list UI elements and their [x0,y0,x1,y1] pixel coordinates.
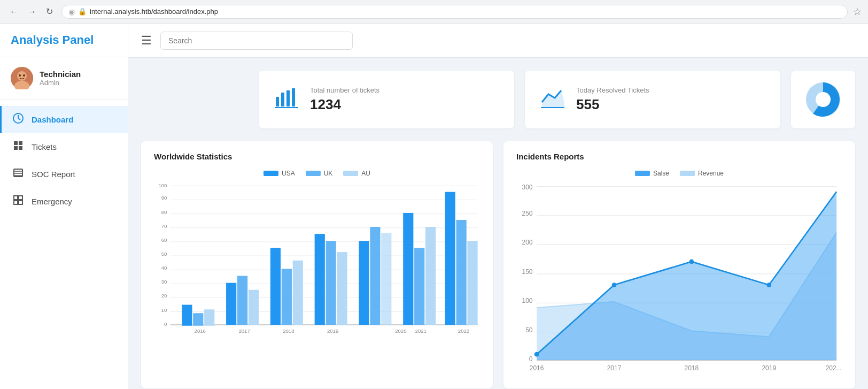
legend-uk-dot [306,171,321,176]
svg-text:2019: 2019 [762,364,776,372]
svg-text:20: 20 [161,293,167,299]
svg-rect-70 [403,213,413,325]
legend-sales-dot [635,171,650,176]
svg-marker-23 [542,90,564,108]
stats-row: Total number of tickets 1234 Toda [141,71,855,128]
hamburger-button[interactable]: ☰ [141,34,152,48]
svg-text:100: 100 [158,182,167,188]
legend-au: AU [343,170,370,177]
sidebar-item-tickets[interactable]: Tickets [0,133,128,161]
svg-text:0: 0 [529,355,533,363]
svg-point-94 [534,352,539,357]
svg-rect-62 [326,241,336,325]
sidebar-item-dashboard[interactable]: Dashboard [0,106,128,133]
svg-text:80: 80 [161,209,167,215]
back-button[interactable]: ← [6,6,21,18]
tickets-icon [12,140,24,154]
total-tickets-text: Total number of tickets 1234 [310,86,379,113]
main-content: ☰ [128,24,868,389]
tickets-label: Tickets [32,142,57,151]
svg-text:2020: 2020 [395,328,406,334]
svg-rect-58 [282,269,292,325]
svg-rect-16 [14,201,18,204]
tickets-stat-icon [274,86,299,113]
legend-uk: UK [306,170,333,177]
legend-usa: USA [264,170,295,177]
address-bar[interactable]: ◉ 🔒 internal.analysis.htb/dashboard/inde… [61,5,848,19]
svg-rect-50 [193,313,203,326]
svg-point-26 [816,92,831,107]
svg-text:30: 30 [161,279,167,285]
url-text: internal.analysis.htb/dashboard/index.ph… [90,7,218,16]
worldwide-chart-title: Worldwide Statistics [154,152,480,161]
user-info: Technician Admin [40,70,81,87]
forward-button[interactable]: → [25,6,40,18]
svg-rect-53 [226,283,236,325]
svg-text:2017: 2017 [238,328,250,334]
svg-text:2017: 2017 [607,364,622,372]
resolved-tickets-card: Today Resolved Tickets 555 [525,71,780,128]
svg-text:70: 70 [161,223,167,229]
user-name: Technician [40,70,81,79]
legend-sales-label: Salse [653,170,669,177]
resolved-tickets-text: Today Resolved Tickets 555 [576,86,649,113]
svg-rect-54 [237,276,247,325]
sidebar-item-soc-report[interactable]: SOC Report [0,161,128,188]
incidents-chart-legend: Salse Revenue [516,170,842,177]
sidebar-item-emergency[interactable]: Emergency [0,188,128,215]
bar-chart-svg: 0 10 20 30 40 50 60 70 80 90 100 [154,184,480,338]
svg-marker-93 [537,192,836,360]
svg-rect-51 [204,309,214,325]
svg-rect-20 [286,90,290,106]
user-profile: Technician Admin [0,57,128,100]
svg-rect-75 [456,220,467,325]
svg-text:10: 10 [161,307,167,313]
svg-rect-9 [19,146,22,150]
resolved-tickets-label: Today Resolved Tickets [576,86,649,94]
svg-text:202...: 202... [826,364,842,372]
legend-usa-label: USA [282,170,295,177]
svg-rect-15 [19,196,22,200]
legend-au-dot [343,171,358,176]
refresh-button[interactable]: ↻ [43,5,56,18]
svg-point-97 [766,283,771,287]
svg-text:2016: 2016 [195,328,206,334]
svg-rect-65 [359,241,369,325]
svg-text:50: 50 [161,251,167,257]
legend-usa-dot [264,171,278,176]
svg-rect-18 [276,97,279,106]
svg-rect-72 [425,227,436,325]
browser-nav-buttons: ← → ↻ [6,5,56,18]
svg-text:150: 150 [522,268,533,276]
svg-rect-7 [19,141,22,145]
total-tickets-card: Total number of tickets 1234 [259,71,514,128]
svg-rect-14 [14,196,18,200]
emergency-icon [12,195,24,208]
bookmark-icon[interactable]: ☆ [853,6,862,18]
svg-text:60: 60 [161,237,167,243]
charts-row: Worldwide Statistics USA UK AU [141,141,855,388]
search-input[interactable] [160,32,353,50]
sidebar: Analysis Panel Technician Admin [0,24,128,389]
legend-uk-label: UK [324,170,333,177]
legend-au-label: AU [361,170,370,177]
svg-rect-74 [445,192,455,325]
dashboard-icon [12,113,24,126]
svg-point-95 [612,283,617,287]
svg-text:90: 90 [161,195,167,201]
svg-point-1 [17,71,27,81]
svg-rect-66 [370,227,380,325]
total-tickets-label: Total number of tickets [310,86,379,94]
lock-icon: 🔒 [78,7,87,16]
area-chart-svg: 0 50 100 150 200 250 300 [516,184,842,376]
svg-text:0: 0 [164,321,167,327]
svg-text:2021: 2021 [415,328,427,334]
svg-text:2018: 2018 [685,364,699,372]
svg-rect-17 [19,201,22,204]
pie-chart [806,82,840,117]
svg-rect-21 [292,88,295,106]
legend-revenue: Revenue [680,170,724,177]
svg-text:2019: 2019 [327,328,338,334]
topbar: ☰ [128,24,868,58]
svg-text:250: 250 [522,210,533,217]
